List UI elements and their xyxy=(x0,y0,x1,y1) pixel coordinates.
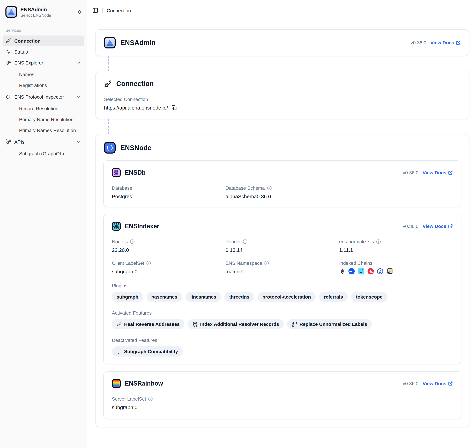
sidebar-item-registrations[interactable]: Registrations xyxy=(16,80,84,91)
view-docs-link[interactable]: View Docs xyxy=(430,40,461,45)
ens-explorer-subgroup: Names Registrations xyxy=(11,69,84,91)
deactivated-features-label: Deactivated Features xyxy=(112,338,453,343)
main-area: Connection ENSAdmin v0.36.0 xyxy=(87,0,476,448)
field-value: subgraph:0 xyxy=(112,404,226,410)
chevrons-up-down-icon[interactable] xyxy=(77,10,82,14)
sidebar-item-ens-explorer[interactable]: ENS Explorer xyxy=(3,57,84,68)
selected-connection-label: Selected Connection xyxy=(104,97,461,102)
view-docs-label: View Docs xyxy=(422,170,446,175)
apis-subgroup: Subgraph (GraphQL) xyxy=(11,148,84,159)
sidebar-item-status[interactable]: Status xyxy=(3,46,84,57)
bandage-icon xyxy=(117,322,122,327)
info-icon[interactable] xyxy=(148,396,153,401)
plugin-chip: tokenscope xyxy=(351,292,387,302)
field-ens-namespace: ENS Namespace mainnet xyxy=(226,260,339,275)
sidebar-item-label: Subgraph (GraphQL) xyxy=(19,151,64,156)
sidebar-section-label: Services xyxy=(0,28,87,33)
ensadmin-card: ENSAdmin v0.36.0 View Docs xyxy=(96,29,469,56)
info-icon[interactable] xyxy=(243,239,248,244)
feature-label: Index Additional Resolver Records xyxy=(200,322,279,327)
card-title: ENSDb xyxy=(125,169,146,176)
external-link-icon xyxy=(448,224,453,229)
feature-label: Replace Unnormalized Labels xyxy=(300,322,367,327)
deactivated-features-list: Subgraph Compatibility xyxy=(112,346,453,356)
sidebar-item-primary-names-resolution[interactable]: Primary Names Resolution xyxy=(16,125,84,136)
sidebar-item-ens-protocol-inspector[interactable]: ENS Protocol Inspector xyxy=(3,92,84,102)
view-docs-link[interactable]: View Docs xyxy=(422,170,453,175)
plugin-chip: basenames xyxy=(147,292,182,302)
field-value: 22.20.0 xyxy=(112,247,226,253)
feature-chip-index-additional-resolver-records: Index Additional Resolver Records xyxy=(188,319,284,329)
sidebar-item-connection[interactable]: Connection xyxy=(3,35,84,46)
replace-icon xyxy=(292,322,297,327)
field-label: ens-normalize.js xyxy=(339,239,374,244)
activity-icon xyxy=(6,49,11,55)
ensnode-logo-icon xyxy=(104,142,116,154)
info-icon[interactable] xyxy=(130,239,135,244)
sidebar-item-label: Names xyxy=(19,72,34,77)
field-label: Ponder xyxy=(226,239,241,244)
chain-arbitrum-icon xyxy=(377,268,383,275)
copy-icon[interactable] xyxy=(171,105,176,110)
view-docs-label: View Docs xyxy=(422,381,446,386)
chevron-down-icon xyxy=(76,95,81,99)
sidebar-item-apis[interactable]: APIs xyxy=(3,137,84,147)
info-icon[interactable] xyxy=(376,239,381,244)
chevron-down-icon xyxy=(76,60,81,65)
version-badge: v0.36.0 xyxy=(403,170,419,175)
external-link-icon xyxy=(456,40,461,45)
info-icon[interactable] xyxy=(146,261,151,265)
ens-protocol-inspector-subgroup: Record Resolution Primary Name Resolutio… xyxy=(11,103,84,136)
field-ponder: Ponder 0.13.14 xyxy=(226,239,339,253)
subgraph-icon xyxy=(117,349,122,354)
plugins-list: subgraph basenames lineanames threedns p… xyxy=(112,292,453,302)
feature-label: Subgraph Compatibility xyxy=(124,349,178,354)
plugin-chip: referrals xyxy=(319,292,348,302)
sidebar-item-label: Primary Names Resolution xyxy=(19,128,76,133)
version-badge: v0.36.0 xyxy=(403,381,419,386)
ensdb-card: ENSDb v0.36.0 View Docs Database xyxy=(103,160,461,207)
field-indexed-chains: Indexed Chains xyxy=(339,260,453,275)
version-badge: v0.36.0 xyxy=(411,40,426,45)
view-docs-label: View Docs xyxy=(430,40,454,45)
sidebar-item-record-resolution[interactable]: Record Resolution xyxy=(16,103,84,114)
sidebar-item-label: ENS Explorer xyxy=(14,60,43,65)
ensnode-card: ENSNode ENSDb xyxy=(96,134,469,427)
view-docs-link[interactable]: View Docs xyxy=(422,224,453,229)
field-label: Database xyxy=(112,185,226,191)
sidebar-item-subgraph-graphql[interactable]: Subgraph (GraphQL) xyxy=(16,148,84,159)
ensdb-logo-icon xyxy=(112,168,121,177)
sidebar-item-primary-name-resolution[interactable]: Primary Name Resolution xyxy=(16,114,84,125)
ensnode-selector[interactable]: ENSAdmin Select ENSNode xyxy=(0,3,87,20)
version-badge: v0.36.0 xyxy=(403,224,419,229)
view-docs-label: View Docs xyxy=(422,224,446,229)
view-docs-link[interactable]: View Docs xyxy=(422,381,453,386)
panel-left-toggle-icon[interactable] xyxy=(92,7,98,13)
dashed-connector xyxy=(108,119,109,134)
external-link-icon xyxy=(448,381,453,386)
sidebar-item-names[interactable]: Names xyxy=(16,69,84,80)
plugins-label: Plugins xyxy=(112,283,453,288)
plugin-chip: protocol-acceleration xyxy=(258,292,316,302)
chain-optimism-icon xyxy=(367,268,374,275)
dashed-connector xyxy=(108,56,109,71)
card-title: ENSRainbow xyxy=(125,380,163,387)
field-database: Database Postgres xyxy=(112,185,226,199)
ensadmin-logo-icon xyxy=(6,6,17,18)
sidebar-item-label: Primary Name Resolution xyxy=(19,117,74,122)
field-database-schema: Database Schema alphaSchema0.36.0 xyxy=(226,185,339,199)
telescope-icon xyxy=(6,60,11,65)
connection-url: https://api.alpha.ensnode.io/ xyxy=(104,105,168,110)
info-icon[interactable] xyxy=(264,261,269,265)
sidebar-app-title: ENSAdmin xyxy=(20,6,74,12)
sidebar-item-label: APIs xyxy=(14,139,24,145)
info-icon[interactable] xyxy=(267,186,272,190)
breadcrumb: Connection xyxy=(107,8,131,13)
field-label: Node.js xyxy=(112,239,128,244)
field-value: subgraph:0 xyxy=(112,269,226,274)
ensrainbow-logo-icon xyxy=(112,379,121,388)
plugin-chip: subgraph xyxy=(112,292,143,302)
app-root: ENSAdmin Select ENSNode Services Connect… xyxy=(0,0,476,448)
feature-label: Heal Reverse Addresses xyxy=(124,322,180,327)
field-value: mainnet xyxy=(226,269,339,274)
